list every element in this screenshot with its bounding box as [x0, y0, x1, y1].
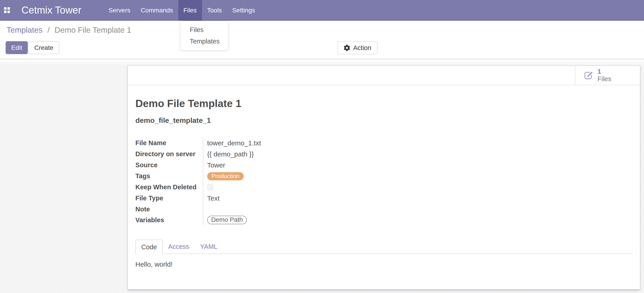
apps-grid-square [4, 10, 6, 13]
field-row-directory: Directory on server {{ demo_path }} [136, 149, 451, 160]
field-value: {{ demo_path }} [203, 149, 451, 160]
gear-icon [344, 45, 350, 51]
breadcrumb-templates-link[interactable]: Templates [6, 25, 43, 34]
field-row-tags: Tags Production [136, 171, 451, 182]
field-value: Demo Path [203, 215, 451, 225]
menu-item-settings[interactable]: Settings [227, 0, 260, 21]
field-value [203, 182, 451, 193]
menu-item-files[interactable]: Files [178, 0, 202, 21]
edit-button[interactable]: Edit [6, 41, 28, 54]
record-sheet: 1 Files Demo File Template 1 demo_file_t… [127, 65, 640, 290]
field-row-file-name: File Name tower_demo_1.txt [136, 137, 451, 149]
files-stat-button[interactable]: 1 Files [575, 66, 640, 85]
breadcrumb: Templates / Demo File Template 1 [6, 25, 131, 34]
field-row-note: Note [136, 204, 451, 215]
stat-count: 1 [598, 68, 611, 75]
control-panel: Templates / Demo File Template 1 Edit Cr… [0, 21, 644, 59]
field-row-file-type: File Type Text [136, 193, 451, 204]
tag-badge-production: Production [207, 172, 244, 180]
field-label: File Name [136, 139, 203, 147]
form-view-background: 1 Files Demo File Template 1 demo_file_t… [0, 59, 644, 293]
apps-grid-square [8, 10, 10, 13]
app-brand-title[interactable]: Cetmix Tower [22, 0, 82, 20]
apps-grid-square [8, 7, 10, 10]
breadcrumb-separator: / [48, 25, 50, 34]
field-label: Keep When Deleted [136, 183, 203, 191]
notebook-tabs: Code Access YAML [136, 239, 633, 254]
dropdown-item-templates[interactable]: Templates [180, 36, 228, 47]
field-row-keep-when-deleted: Keep When Deleted [136, 182, 451, 193]
field-label: Note [136, 206, 203, 213]
stat-label: Files [598, 75, 611, 83]
code-tab-content: Hello, world! [136, 261, 172, 268]
main-menu: Servers Commands Files Tools Settings [103, 0, 260, 21]
action-button-label: Action [353, 44, 372, 52]
variable-chip-demo-path: Demo Path [207, 216, 247, 224]
menu-item-tools[interactable]: Tools [202, 0, 227, 21]
breadcrumb-current: Demo File Template 1 [54, 25, 131, 34]
files-dropdown-menu: Files Templates [180, 21, 228, 50]
record-title: Demo File Template 1 [136, 98, 242, 109]
field-value [203, 204, 451, 215]
top-navbar: Cetmix Tower Servers Commands Files Tool… [0, 0, 644, 21]
field-label: Directory on server [136, 150, 203, 158]
field-value: Tower [203, 160, 451, 171]
stat-button-text: 1 Files [598, 68, 611, 83]
field-value: Text [203, 193, 451, 204]
action-button[interactable]: Action [338, 41, 378, 54]
create-button[interactable]: Create [28, 41, 59, 54]
apps-grid-icon[interactable] [4, 7, 10, 13]
field-label: File Type [136, 195, 203, 202]
pencil-square-icon [584, 70, 594, 80]
field-label: Tags [136, 172, 203, 180]
field-label: Variables [136, 216, 203, 224]
record-reference: demo_file_template_1 [136, 116, 211, 125]
tab-code[interactable]: Code [136, 240, 163, 254]
dropdown-item-files[interactable]: Files [180, 24, 228, 36]
field-row-variables: Variables Demo Path [136, 215, 451, 225]
field-value: Production [203, 171, 451, 182]
menu-item-servers[interactable]: Servers [103, 0, 136, 21]
menu-item-commands[interactable]: Commands [136, 0, 178, 21]
sheet-header-row: 1 Files [128, 66, 640, 85]
tab-access[interactable]: Access [163, 240, 194, 254]
field-value: tower_demo_1.txt [203, 137, 451, 149]
field-row-source: Source Tower [136, 160, 451, 171]
cetmix-tower-app: Cetmix Tower Servers Commands Files Tool… [0, 0, 644, 293]
keep-when-deleted-checkbox[interactable] [207, 184, 213, 190]
field-label: Source [136, 161, 203, 169]
field-group: File Name tower_demo_1.txt Directory on … [136, 137, 451, 225]
tab-yaml[interactable]: YAML [195, 240, 223, 254]
apps-grid-square [4, 7, 6, 10]
